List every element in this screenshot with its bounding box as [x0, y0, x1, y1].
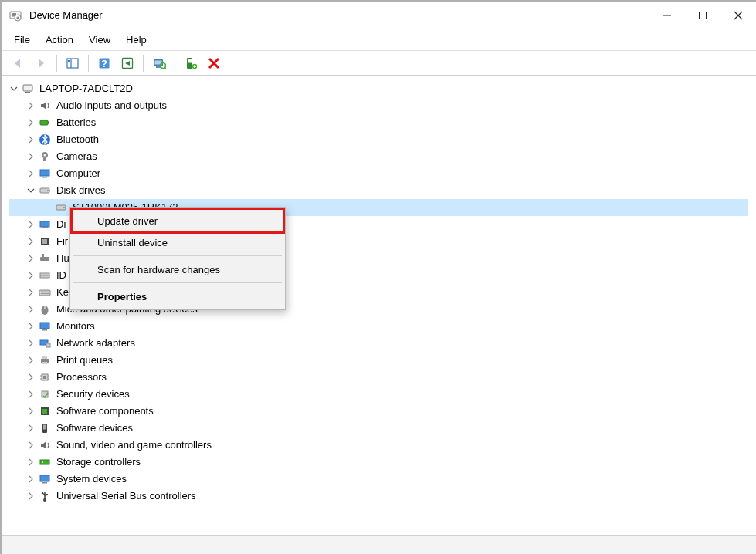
tree-label: Cameras: [56, 148, 97, 165]
tree-node-software-components[interactable]: Software components: [9, 403, 748, 420]
tree-node-print-queues[interactable]: Print queues: [9, 352, 748, 369]
tree-label: Bluetooth: [56, 131, 99, 148]
svg-rect-42: [42, 227, 48, 228]
tree-node-computer[interactable]: Computer: [9, 165, 748, 182]
svg-rect-41: [40, 221, 49, 227]
context-menu-update-driver[interactable]: Update driver: [70, 208, 285, 234]
chevron-down-icon[interactable]: [9, 84, 19, 93]
chevron-right-icon[interactable]: [26, 407, 36, 416]
chevron-right-icon[interactable]: [26, 356, 36, 365]
tree-label: Ke: [56, 284, 69, 301]
action-button[interactable]: [117, 53, 137, 73]
tree-label: LAPTOP-7ADCLT2D: [39, 80, 133, 97]
software-component-icon: [38, 404, 52, 418]
add-legacy-hardware-button[interactable]: [181, 53, 201, 73]
chevron-down-icon[interactable]: [26, 186, 36, 195]
context-menu-scan-hardware[interactable]: Scan for hardware changes: [73, 258, 283, 280]
tree-label: Hu: [56, 250, 69, 267]
menu-help[interactable]: Help: [118, 32, 154, 47]
app-icon: [9, 9, 22, 22]
software-device-icon: [38, 421, 52, 435]
menu-view[interactable]: View: [81, 32, 118, 47]
back-button[interactable]: [8, 53, 28, 73]
tree-node-storage[interactable]: Storage controllers: [9, 454, 748, 471]
svg-rect-74: [40, 475, 49, 481]
chevron-right-icon[interactable]: [26, 339, 36, 348]
computer-icon: [21, 82, 35, 96]
chevron-right-icon[interactable]: [26, 475, 36, 484]
menu-action[interactable]: Action: [38, 32, 81, 47]
chevron-right-icon[interactable]: [26, 373, 36, 382]
svg-rect-46: [42, 254, 44, 257]
chevron-right-icon[interactable]: [26, 118, 36, 127]
chevron-right-icon[interactable]: [26, 492, 36, 501]
chevron-right-icon[interactable]: [26, 288, 36, 297]
chevron-right-icon[interactable]: [26, 322, 36, 331]
tree-label: Monitors: [56, 318, 95, 335]
sound-controller-icon: [38, 438, 52, 452]
statusbar: [2, 535, 756, 554]
tree-node-software-devices[interactable]: Software devices: [9, 420, 748, 437]
tree-node-audio[interactable]: Audio inputs and outputs: [9, 97, 748, 114]
system-device-icon: [38, 472, 52, 486]
chevron-right-icon[interactable]: [26, 390, 36, 399]
tree-root[interactable]: LAPTOP-7ADCLT2D: [9, 80, 748, 97]
forward-button[interactable]: [31, 53, 51, 73]
mouse-icon: [38, 302, 52, 316]
tree-node-disk-drives[interactable]: Disk drives: [9, 182, 748, 199]
svg-rect-30: [48, 122, 49, 124]
tree-label: Storage controllers: [56, 454, 141, 471]
svg-rect-49: [39, 290, 50, 296]
tree-node-batteries[interactable]: Batteries: [9, 114, 748, 131]
tree-node-usb[interactable]: Universal Serial Bus controllers: [9, 488, 748, 505]
chevron-right-icon[interactable]: [26, 152, 36, 161]
tree-label: Processors: [56, 369, 107, 386]
hid-icon: [38, 252, 52, 265]
tree-label: Disk drives: [56, 182, 106, 199]
tree-node-processors[interactable]: Processors: [9, 369, 748, 386]
menu-file[interactable]: File: [6, 32, 38, 47]
maximize-button[interactable]: [685, 2, 720, 29]
context-menu-properties[interactable]: Properties: [73, 285, 283, 307]
tree-node-security[interactable]: Security devices: [9, 386, 748, 403]
svg-rect-60: [42, 362, 47, 364]
svg-rect-36: [42, 177, 47, 178]
chevron-right-icon[interactable]: [26, 424, 36, 433]
svg-rect-35: [40, 170, 49, 176]
svg-rect-28: [25, 92, 30, 93]
tree-node-network[interactable]: Network adapters: [9, 335, 748, 352]
chevron-right-icon[interactable]: [26, 101, 36, 110]
remove-device-button[interactable]: [204, 53, 224, 73]
help-button[interactable]: ?: [94, 53, 114, 73]
scan-hardware-button[interactable]: [149, 53, 169, 73]
context-menu-uninstall-device[interactable]: Uninstall device: [73, 231, 283, 253]
chevron-right-icon[interactable]: [26, 220, 36, 229]
tree-label: Sound, video and game controllers: [56, 437, 212, 454]
tree-node-system[interactable]: System devices: [9, 471, 748, 488]
chevron-right-icon[interactable]: [26, 237, 36, 246]
context-menu-separator: [73, 255, 282, 256]
svg-rect-2: [12, 15, 15, 17]
chevron-right-icon[interactable]: [26, 254, 36, 263]
close-button[interactable]: [720, 2, 756, 29]
chevron-right-icon[interactable]: [26, 271, 36, 280]
tree-node-cameras[interactable]: Cameras: [9, 148, 748, 165]
show-hide-console-tree-button[interactable]: [63, 53, 83, 73]
disk-drive-icon: [38, 184, 52, 198]
chevron-right-icon[interactable]: [26, 441, 36, 450]
chevron-right-icon[interactable]: [26, 135, 36, 144]
tree-label: Batteries: [56, 114, 96, 131]
tree-node-monitors[interactable]: Monitors: [9, 318, 748, 335]
tree-node-bluetooth[interactable]: Bluetooth: [9, 131, 748, 148]
tree-node-sound[interactable]: Sound, video and game controllers: [9, 437, 748, 454]
chevron-right-icon[interactable]: [26, 169, 36, 178]
chevron-right-icon[interactable]: [26, 458, 36, 467]
ide-controller-icon: [38, 269, 52, 282]
chevron-right-icon[interactable]: [26, 305, 36, 314]
titlebar: Device Manager: [2, 2, 756, 29]
svg-point-40: [63, 207, 65, 208]
minimize-button[interactable]: [649, 2, 685, 29]
svg-rect-54: [40, 323, 49, 329]
tree-label: Computer: [56, 165, 100, 182]
bluetooth-icon: [38, 133, 52, 147]
